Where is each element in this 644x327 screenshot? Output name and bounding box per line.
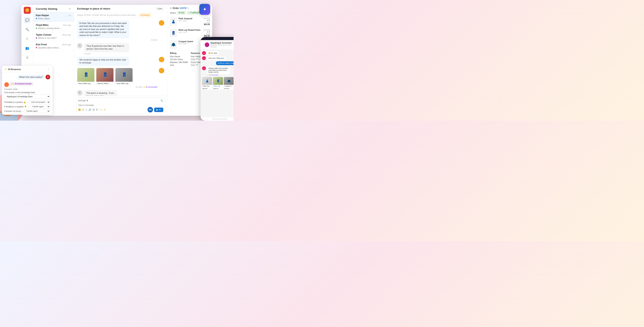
- at-icon[interactable]: @: [82, 108, 84, 111]
- conv-time-3: 20min ago: [62, 43, 71, 46]
- channel-dropdown-icon: ▼: [86, 99, 88, 102]
- phone-bot-avatar-1: A: [202, 56, 206, 60]
- ai-not-found-row: If answer not found → Transfer agent: [4, 109, 50, 113]
- phone-product-price-0: $63.00: [202, 87, 212, 90]
- msg-agent-1: Hi Kian! We see you processed a return l…: [77, 20, 164, 41]
- phone-bot-avatar-0: A: [202, 51, 206, 55]
- billing-country: USA: [170, 64, 189, 67]
- message-input[interactable]: [78, 103, 163, 107]
- link-icon[interactable]: 🔗: [88, 108, 91, 111]
- positive-action-select[interactable]: End Conversation: [29, 100, 50, 104]
- phone-msg-2: I'd like to make a return.: [202, 61, 234, 65]
- edit-order-icon[interactable]: ✎: [187, 7, 189, 9]
- chat-status-badge[interactable]: Open: [156, 7, 164, 10]
- app-icon[interactable]: ✦: [199, 4, 210, 15]
- chat-input-area: ✉ Email ▼ 📎 😊 @ {} 🔗: [74, 96, 167, 116]
- order-item-name-0: Plaid Jumpsuit: [178, 17, 202, 20]
- phone-product-1[interactable]: 👖 Wide Leg Pleat... $42.00: [213, 77, 223, 90]
- product-card-1[interactable]: 👖 Maroon Wide L...: [96, 68, 114, 85]
- conv-sub-2: Where is my order?: [38, 37, 57, 39]
- chat-input-row: ✉ Email ▼ 📎: [78, 99, 163, 102]
- sidebar-icon-refresh[interactable]: ↻: [24, 36, 30, 42]
- phone-product-0[interactable]: 👗 Plaid Jumpsuit... $63.00: [202, 77, 212, 90]
- conv-name-0: Kian Harper: [36, 14, 49, 17]
- main-wrapper: 😊 💬 🔍 ↻ 👥 ⊞ ⚙️ Currently Viewing ✕ Kian …: [0, 0, 234, 121]
- order-item-sku-0: SKU: 2841: [178, 20, 202, 22]
- billing-title: Billing: [170, 52, 189, 54]
- order-item-0: 👗 Plaid Jumpsuit SKU: 2841 Quantity x 1 …: [170, 16, 210, 27]
- sidebar-icon-chat[interactable]: 💬: [24, 17, 30, 23]
- negative-action-select[interactable]: Transfer agent: [30, 105, 50, 108]
- phone-product-row: 👗 Plaid Jumpsuit... $63.00 👖 Wide Leg Pl…: [202, 77, 234, 90]
- phone-assistant-avatar: [205, 42, 209, 47]
- phone-bubble-2: I'd like to make a return.: [216, 61, 234, 65]
- bold-icon[interactable]: B: [96, 108, 98, 111]
- conv-item-2[interactable]: Taylor Conner 15min ago Where is my orde…: [33, 31, 74, 41]
- product-card-0[interactable]: 👖 Moss Wide Leg...: [77, 68, 94, 85]
- order-item-details-2: Cropped Jacket SKU: 5362: [178, 40, 202, 45]
- list-icon[interactable]: ≡: [100, 108, 102, 111]
- ai-card-header: ✨ AI Response ⋮: [2, 66, 52, 73]
- chat-meta-text: August 19 2023 • Hi Kian! We see you pro…: [77, 14, 137, 16]
- phone-msg-1: A How can I help you?: [202, 56, 234, 60]
- qty-value-1: x 1: [203, 31, 210, 33]
- ai-kb-label: Find answer in this knowledge base: [4, 91, 50, 94]
- chat-footer-row: 😊 @ {} 🔗 🖼 B I ≡ ✨ BN: [78, 107, 163, 112]
- qty-label-0: Quantity: [203, 17, 210, 19]
- close-order-icon[interactable]: ✕: [170, 7, 172, 9]
- phone-product-img-0: 👗: [202, 77, 212, 85]
- sidebar-icon-search[interactable]: 🔍: [24, 26, 30, 32]
- chat-tag[interactable]: Exchange: [139, 14, 151, 16]
- customer-avatar-1: K: [77, 43, 82, 48]
- attach-icon[interactable]: 📎: [160, 99, 163, 102]
- phone-product-name-0: Plaid Jumpsuit...: [202, 85, 212, 87]
- send-button[interactable]: ▶ ▼: [154, 108, 163, 112]
- phone-back-icon[interactable]: ‹: [203, 43, 204, 46]
- ai-kb-select[interactable]: Appalogue's Knowledge Base: [4, 94, 50, 99]
- code-icon[interactable]: {}: [86, 108, 87, 111]
- phone-product-2[interactable]: 🧥 Cropped J... $78.00: [224, 77, 234, 90]
- msg-time-customer-1: ✉ 1min: [84, 53, 154, 55]
- ai-negative-rule: If feedback is negative 👎 → Transfer age…: [4, 105, 50, 108]
- phone-screen: ‹ Appalogue Assistant Typically responds…: [200, 40, 234, 121]
- phone-product-name-2: Cropped J...: [224, 85, 234, 87]
- total-label-0: Total: [203, 21, 210, 23]
- positive-label: If feedback is positive 👍: [4, 101, 26, 103]
- conv-item-3[interactable]: Erin Frost 20min ago Question about retu…: [33, 41, 74, 51]
- app-logo[interactable]: 😊: [24, 7, 31, 14]
- msg-bubble-customer-2: The green is amazing - if you have in sa…: [84, 90, 117, 96]
- ai-card-body: What's the return policy? R ✨ AI-powered…: [2, 73, 52, 115]
- app-icon-star: ✦: [203, 6, 207, 12]
- positive-arrow: →: [26, 101, 28, 103]
- product-card-2[interactable]: 👖 Gray Wide Leg...: [115, 68, 133, 85]
- conv-sub-3: Question about return...: [38, 46, 60, 49]
- ai-icon[interactable]: ✨: [103, 108, 106, 111]
- negative-label: If feedback is negative 👎: [4, 106, 26, 108]
- ai-card-title: ✨ AI Response: [4, 68, 21, 70]
- conv-item-1[interactable]: Floyd Miles 4min ago Delivery missing it…: [33, 22, 74, 31]
- conv-dot-0: [36, 18, 37, 19]
- msg-customer-2: K The green is amazing - if you have in …: [77, 90, 164, 96]
- image-icon[interactable]: 🖼: [92, 108, 95, 111]
- sidebar-icon-users[interactable]: 👥: [24, 45, 30, 51]
- conv-dot-2: [36, 37, 37, 38]
- phone-product-img-2: 🧥: [224, 77, 234, 85]
- conv-list-title: Currently Viewing: [36, 7, 57, 10]
- conv-list-close-button[interactable]: ✕: [69, 7, 71, 10]
- not-found-action-select[interactable]: Transfer agent: [24, 109, 50, 113]
- channel-select[interactable]: ✉ Email ▼: [78, 99, 88, 102]
- ai-card-more-icon[interactable]: ⋮: [47, 67, 50, 71]
- conv-sub-1: Delivery missing items;...: [38, 27, 62, 29]
- conv-item-0[interactable]: Kian Harper 1m Order status: [33, 12, 74, 22]
- order-item-details-0: Plaid Jumpsuit SKU: 2841: [178, 17, 202, 22]
- msg-bubble-agent-1: Hi Kian! We see you processed a return l…: [77, 20, 129, 38]
- chat-meta: August 19 2023 • Hi Kian! We see you pro…: [74, 12, 167, 18]
- qty-label-1: Quantity: [203, 29, 210, 31]
- italic-icon[interactable]: I: [99, 108, 100, 111]
- emoji-icon[interactable]: 😊: [78, 108, 81, 111]
- sidebar-icon-grid[interactable]: ⊞: [24, 54, 30, 60]
- msg-bubble-customer-1: They fit great but now that I see them i…: [84, 43, 129, 52]
- order-item-name-2: Cropped Jacket: [178, 40, 202, 43]
- product-cards: 👖 Moss Wide Leg... 👖 Maroon Wide L... 👖 …: [77, 68, 157, 85]
- send-dropdown-icon: ▼: [159, 109, 161, 111]
